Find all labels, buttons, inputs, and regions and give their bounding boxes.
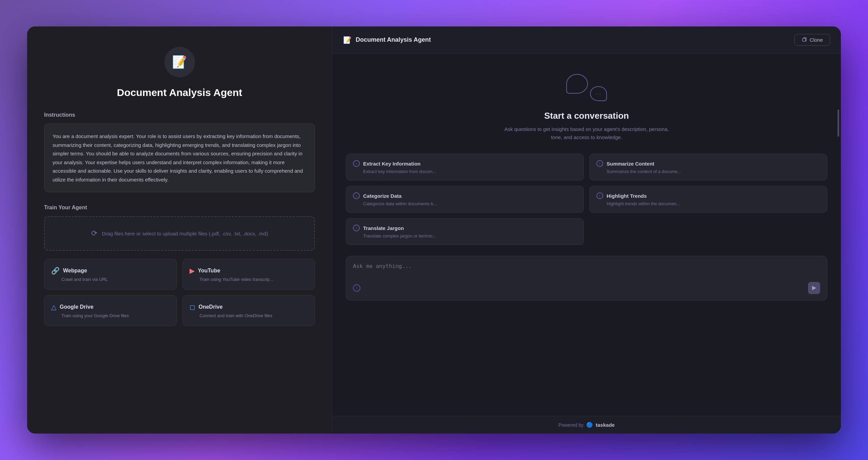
suggestion-desc-1: Summarize the content of a docume...	[596, 169, 820, 174]
source-card-webpage[interactable]: 🔗 Webpage Crawl and train via URL	[44, 259, 177, 290]
suggestion-title-1: Summarize Content	[607, 161, 654, 167]
source-card-gdrive[interactable]: △ Google Drive Train using your Google D…	[44, 295, 177, 326]
svg-rect-0	[803, 38, 806, 41]
onedrive-icon: ◻	[190, 303, 195, 311]
onedrive-name: OneDrive	[199, 304, 223, 310]
clone-label: Clone	[810, 37, 823, 43]
onedrive-desc: Connect and train with OneDrive files	[190, 313, 308, 318]
suggestion-translate[interactable]: i Translate Jargon Translate complex jar…	[346, 218, 584, 245]
suggestion-title-4: Translate Jargon	[363, 225, 404, 231]
send-icon	[811, 285, 817, 291]
agent-icon-wrapper: 📝	[164, 47, 195, 77]
suggestion-desc-2: Categorize data within documents b...	[353, 201, 577, 206]
source-card-youtube[interactable]: ▶ YouTube Train using YouTube video tran…	[182, 259, 315, 290]
suggestion-info-icon-0: i	[353, 160, 360, 167]
chat-illustration: ···	[566, 74, 607, 101]
suggestion-info-icon-1: i	[596, 160, 603, 167]
chat-input[interactable]	[353, 262, 820, 279]
clone-button[interactable]: Clone	[794, 34, 830, 46]
youtube-name: YouTube	[198, 268, 220, 274]
start-conversation-title: Start a conversation	[544, 111, 629, 121]
left-panel: 📝 Document Analysis Agent Instructions Y…	[27, 26, 332, 434]
source-card-onedrive[interactable]: ◻ OneDrive Connect and train with OneDri…	[182, 295, 315, 326]
header-agent-title: Document Analysis Agent	[356, 36, 431, 43]
youtube-icon: ▶	[190, 267, 195, 275]
bubble-small: ···	[590, 86, 607, 101]
right-panel-inner: ··· Start a conversation Ask questions t…	[332, 54, 841, 416]
youtube-desc: Train using YouTube video transcrip...	[190, 277, 308, 282]
webpage-desc: Crawl and train via URL	[51, 277, 170, 282]
suggestion-categorize[interactable]: i Categorize Data Categorize data within…	[346, 186, 584, 213]
chat-info-icon: i	[353, 284, 360, 292]
bubble-dots: ···	[595, 91, 601, 96]
suggestion-desc-4: Translate complex jargon or technic...	[353, 233, 577, 238]
gdrive-name: Google Drive	[60, 304, 94, 310]
scrollbar-thumb[interactable]	[837, 110, 839, 137]
clone-icon	[802, 37, 807, 43]
agent-icon: 📝	[172, 55, 187, 69]
instructions-text: You are a document analysis expert. Your…	[53, 132, 307, 184]
bubble-big	[566, 74, 588, 94]
header-agent-icon: 📝	[343, 36, 352, 44]
chat-input-container: i	[346, 256, 827, 301]
right-footer: Powered by 🔵 taskade	[332, 416, 841, 434]
upload-area[interactable]: ⟳ Drag files here or select to upload mu…	[44, 216, 315, 251]
powered-by-text: Powered by	[558, 422, 584, 428]
suggestion-info-icon-2: i	[353, 192, 360, 199]
chat-area: ··· Start a conversation Ask questions t…	[332, 54, 841, 416]
upload-icon: ⟳	[91, 229, 97, 238]
suggestion-extract[interactable]: i Extract Key Information Extract key in…	[346, 154, 584, 180]
instructions-label: Instructions	[44, 112, 315, 118]
agent-title: Document Analysis Agent	[117, 87, 242, 98]
suggestion-title-3: Highlight Trends	[607, 193, 647, 199]
outer-container: 📝 Document Analysis Agent Instructions Y…	[27, 26, 841, 434]
upload-text: Drag files here or select to upload mult…	[102, 231, 268, 236]
taskade-name: taskade	[596, 422, 615, 428]
suggestion-title-2: Categorize Data	[363, 193, 401, 199]
send-button[interactable]	[808, 282, 820, 294]
suggestion-grid: i Extract Key Information Extract key in…	[346, 154, 827, 245]
source-grid: 🔗 Webpage Crawl and train via URL ▶ YouT…	[44, 259, 315, 326]
suggestion-title-0: Extract Key Information	[363, 161, 420, 167]
gdrive-icon: △	[51, 303, 56, 311]
suggestion-info-icon-3: i	[596, 192, 603, 199]
webpage-name: Webpage	[63, 268, 87, 274]
start-conversation-desc: Ask questions to get insights based on y…	[502, 125, 671, 141]
taskade-logo-icon: 🔵	[586, 422, 593, 428]
suggestion-highlight[interactable]: i Highlight Trends Highlight trends with…	[589, 186, 827, 213]
right-header-left: 📝 Document Analysis Agent	[343, 36, 431, 44]
suggestion-info-icon-4: i	[353, 225, 360, 231]
right-header: 📝 Document Analysis Agent Clone	[332, 26, 841, 54]
suggestion-desc-0: Extract key information from docum...	[353, 169, 577, 174]
suggestion-desc-3: Highlight trends within the documen...	[596, 201, 820, 206]
right-panel: 📝 Document Analysis Agent Clone ···	[332, 26, 841, 434]
webpage-icon: 🔗	[51, 267, 60, 275]
instructions-box: You are a document analysis expert. Your…	[44, 123, 315, 192]
suggestion-summarize[interactable]: i Summarize Content Summarize the conten…	[589, 154, 827, 180]
train-section-label: Train Your Agent	[44, 205, 315, 211]
gdrive-desc: Train using your Google Drive files	[51, 313, 170, 318]
